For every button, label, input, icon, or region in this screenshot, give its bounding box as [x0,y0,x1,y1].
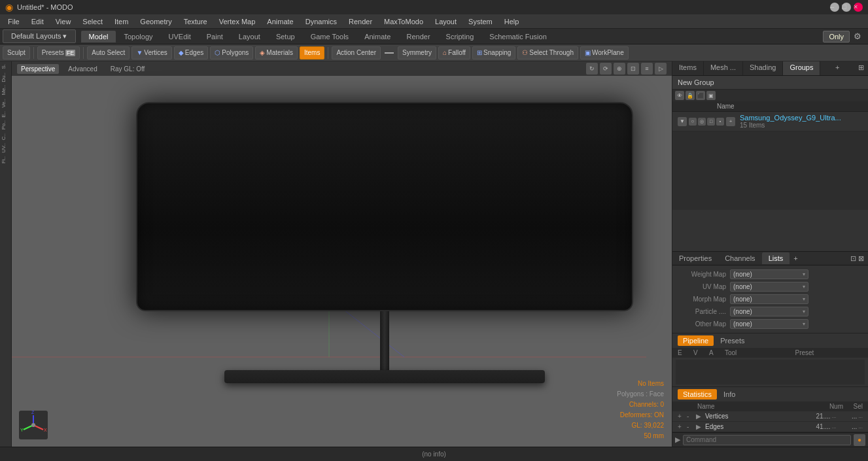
tab-render[interactable]: Render [398,31,438,43]
menu-item[interactable]: Item [109,16,133,27]
vertices-button[interactable]: ▼Vertices [131,46,171,60]
vertices-expand[interactable]: + [678,413,686,420]
close-button[interactable]: × [854,3,863,12]
edges-button[interactable]: ◆Edges [174,46,208,60]
sidebar-item-polygon[interactable]: Po.. [1,119,11,131]
sidebar-item-uv[interactable]: UV.. [1,142,11,154]
action-center-button[interactable]: Action Center [332,46,381,60]
group-add-btn[interactable]: + [726,117,735,126]
lt-tab-lists[interactable]: Lists [762,252,790,264]
tab-layouts-dropdown[interactable]: Default Layouts ▾ [3,29,76,43]
settings-icon[interactable]: ≡ [641,63,653,75]
rp-tab-items[interactable]: Items [672,61,704,75]
snapping-button[interactable]: ⊞Snapping [472,46,515,60]
tab-scripting[interactable]: Scripting [438,31,482,43]
tab-model[interactable]: Model [81,31,116,43]
menu-help[interactable]: Help [499,16,525,27]
rp-tab-add[interactable]: + [831,61,843,75]
only-button[interactable]: Only [823,31,850,43]
group-lock[interactable]: ◎ [698,118,706,126]
info-label[interactable]: Info [720,389,739,400]
presets-label[interactable]: Presets [716,335,748,346]
vertices-sel-ellipsis[interactable]: ... [832,413,837,419]
zoom-icon[interactable]: ⊕ [614,63,625,75]
sidebar-item-vertex[interactable]: Ve.. [1,97,11,109]
new-group-button[interactable]: New Group [672,76,868,90]
refresh-icon[interactable]: ⟳ [600,63,612,75]
autoselect-button[interactable]: Auto Select [87,46,130,60]
edges-arrow[interactable]: ▶ [696,423,704,430]
lt-tab-properties[interactable]: Properties [672,252,718,264]
tab-setup[interactable]: Setup [268,31,303,43]
sidebar-item-mesh[interactable]: Me.. [1,84,11,97]
rp-tab-groups[interactable]: Groups [783,61,820,75]
settings-icon[interactable]: ⚙ [850,30,865,43]
sidebar-item-edge[interactable]: E.. [1,110,11,119]
menu-vertexmap[interactable]: Vertex Map [214,16,261,27]
gh-lock-icon[interactable]: 🔒 [686,91,695,100]
rp-tab-expand-icon[interactable]: ⊞ [854,61,868,75]
group-expand-btn[interactable]: ▼ [678,117,687,126]
sidebar-item-duplicate[interactable]: Du.. [1,71,11,84]
group-row[interactable]: ▼ ○ ◎ □ ▪ + Samsung_Odyssey_G9_Ultra... … [672,112,868,131]
menu-geometry[interactable]: Geometry [135,16,177,27]
menu-dynamics[interactable]: Dynamics [300,16,342,27]
sidebar-item-sculpt[interactable]: S. [1,63,11,71]
vertices-dash[interactable]: - [687,413,695,420]
vertices-more-ellipsis[interactable]: ... [858,413,863,419]
group-render[interactable]: □ [707,118,715,126]
maximize-button[interactable]: □ [842,3,851,12]
weight-map-dropdown[interactable]: (none) ▾ [730,269,808,279]
group-vis[interactable]: ▪ [716,118,724,126]
vertices-arrow[interactable]: ▶ [696,413,704,420]
rotate-icon[interactable]: ↻ [586,63,598,75]
edges-more-ellipsis[interactable]: ... [858,424,863,430]
items-button[interactable]: Items [300,46,324,60]
select-through-button[interactable]: ⚇Select Through [517,46,578,60]
lt-tab-channels[interactable]: Channels [718,252,761,264]
sidebar-item-fi[interactable]: Fi.. [1,155,11,165]
gh-vis-icon[interactable]: ▣ [706,91,716,100]
menu-maxtomodo[interactable]: MaxToModo [379,16,428,27]
command-input[interactable] [683,435,851,445]
menu-layout[interactable]: Layout [430,16,462,27]
tab-topology[interactable]: Topology [116,31,160,43]
tab-animate[interactable]: Animate [356,31,398,43]
tab-schematic[interactable]: Schematic Fusion [481,31,554,43]
tab-layout[interactable]: Layout [231,31,268,43]
vp-tab-advanced[interactable]: Advanced [64,64,101,74]
particle-dropdown[interactable]: (none) ▾ [730,307,808,316]
cmd-arrow-icon[interactable]: ▶ [675,435,680,444]
sidebar-item-c[interactable]: C.. [1,132,11,141]
workplane-button[interactable]: ▣WorkPlane [580,46,629,60]
rp-tab-mesh[interactable]: Mesh ... [704,61,743,75]
menu-edit[interactable]: Edit [26,16,49,27]
edges-sel-ellipsis[interactable]: ... [832,424,837,430]
gh-eye-icon[interactable]: 👁 [675,91,684,100]
minimize-button[interactable]: – [830,3,839,12]
edges-expand[interactable]: + [678,423,686,430]
rp-tab-shading[interactable]: Shading [743,61,783,75]
viewport-canvas[interactable]: No Items Polygons : Face Channels: 0 Def… [12,76,672,447]
tab-paint[interactable]: Paint [199,31,231,43]
menu-file[interactable]: File [3,16,25,27]
sculpt-button[interactable]: Sculpt [3,46,30,60]
symmetry-button[interactable]: Symmetry [398,46,436,60]
tab-uvedit[interactable]: UVEdit [161,31,199,43]
menu-animate[interactable]: Animate [262,16,298,27]
materials-button[interactable]: ◈Materials [255,46,298,60]
menu-view[interactable]: View [50,16,77,27]
lt-tab-add[interactable]: + [790,252,801,264]
cmd-run-button[interactable]: ● [854,434,865,446]
expand-icon[interactable]: ▷ [655,63,667,75]
lt-expand-icon[interactable]: ⊡ ⊠ [846,252,868,265]
vp-tab-perspective[interactable]: Perspective [17,64,59,74]
group-eye[interactable]: ○ [689,118,697,126]
presets-button[interactable]: Presets FE [37,46,80,60]
menu-select[interactable]: Select [77,16,108,27]
vp-tab-raygl[interactable]: Ray GL: Off [107,64,149,74]
tab-gametools[interactable]: Game Tools [303,31,357,43]
uv-map-dropdown[interactable]: (none) ▾ [730,282,808,292]
menu-texture[interactable]: Texture [179,16,213,27]
menu-render[interactable]: Render [343,16,377,27]
